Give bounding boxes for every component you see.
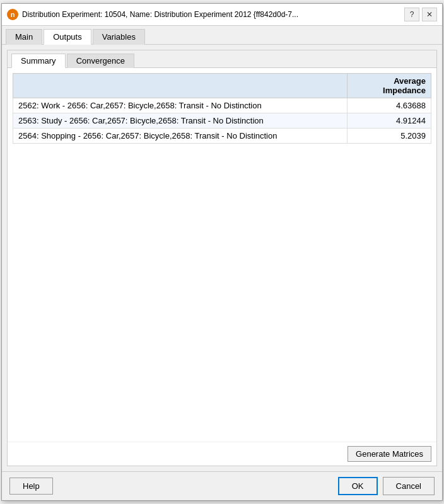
- row-value: 5.2039: [348, 129, 431, 144]
- sub-tabs: Summary Convergence: [8, 50, 436, 68]
- title-bar-buttons: ? ✕: [404, 8, 437, 21]
- content-area: Summary Convergence Average Impedance: [2, 45, 442, 471]
- tab-summary[interactable]: Summary: [11, 54, 66, 68]
- results-table: Average Impedance 2562: Work - 2656: Car…: [13, 73, 431, 144]
- ok-button[interactable]: OK: [338, 477, 378, 495]
- help-button[interactable]: Help: [9, 478, 53, 495]
- help-title-button[interactable]: ?: [404, 8, 419, 21]
- tab-outputs[interactable]: Outputs: [44, 29, 91, 45]
- col-name-header: [13, 74, 348, 98]
- close-button[interactable]: ✕: [422, 8, 437, 21]
- tab-main[interactable]: Main: [6, 29, 42, 45]
- generate-matrices-button[interactable]: Generate Matrices: [348, 446, 431, 462]
- table-row: 2564: Shopping - 2656: Car,2657: Bicycle…: [13, 129, 431, 144]
- col-value-header: Average Impedance: [348, 74, 431, 98]
- cancel-button[interactable]: Cancel: [383, 477, 435, 495]
- row-value: 4.91244: [348, 113, 431, 129]
- row-value: 4.63688: [348, 98, 431, 113]
- generate-row: Generate Matrices: [8, 442, 436, 466]
- bottom-bar: Help OK Cancel: [2, 471, 442, 500]
- title-bar: n Distribution Experiment: 10504, Name: …: [2, 4, 442, 26]
- top-tabs: Main Outputs Variables: [2, 26, 442, 45]
- main-window: n Distribution Experiment: 10504, Name: …: [1, 3, 443, 501]
- row-name: 2564: Shopping - 2656: Car,2657: Bicycle…: [13, 129, 348, 144]
- row-name: 2563: Study - 2656: Car,2657: Bicycle,26…: [13, 113, 348, 129]
- table-row: 2562: Work - 2656: Car,2657: Bicycle,265…: [13, 98, 431, 113]
- tab-variables[interactable]: Variables: [93, 29, 145, 45]
- inner-panel: Summary Convergence Average Impedance: [7, 50, 437, 466]
- app-icon: n: [7, 9, 18, 20]
- row-name: 2562: Work - 2656: Car,2657: Bicycle,265…: [13, 98, 348, 113]
- table-row: 2563: Study - 2656: Car,2657: Bicycle,26…: [13, 113, 431, 129]
- table-area: Average Impedance 2562: Work - 2656: Car…: [8, 68, 436, 442]
- tab-convergence[interactable]: Convergence: [67, 54, 134, 68]
- bottom-right-buttons: OK Cancel: [338, 477, 435, 495]
- window-title: Distribution Experiment: 10504, Name: Di…: [22, 10, 400, 19]
